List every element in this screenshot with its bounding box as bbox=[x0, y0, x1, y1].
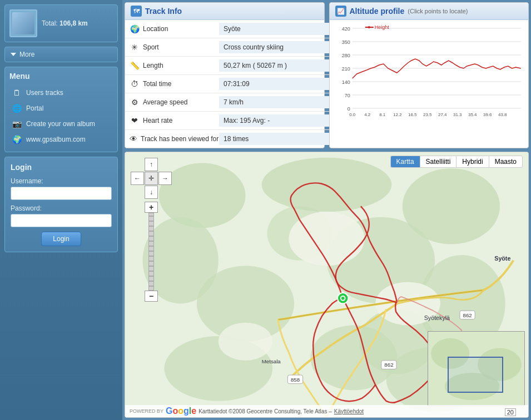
info-value-cell: 07:31:09 bbox=[215, 75, 335, 93]
location-value: Syöte bbox=[219, 23, 330, 35]
svg-text:280: 280 bbox=[341, 53, 350, 58]
track-info-icon: 🗺 bbox=[131, 6, 142, 17]
svg-text:12.2: 12.2 bbox=[393, 112, 401, 117]
tab-maasto[interactable]: Maasto bbox=[489, 156, 523, 168]
zoom-out-button[interactable]: − bbox=[145, 291, 158, 302]
map-footer: POWERED BY Google Karttatiedot ©2008 Geo… bbox=[125, 405, 528, 417]
speed-icon: ⚙ bbox=[130, 97, 140, 107]
zoom-notch bbox=[149, 261, 153, 262]
svg-point-30 bbox=[262, 158, 392, 212]
minimap bbox=[428, 331, 525, 406]
zoom-in-button[interactable]: + bbox=[145, 202, 158, 213]
views-value: 18 times bbox=[219, 133, 330, 145]
zoom-notch bbox=[149, 251, 153, 252]
info-value-cell: 50,27 km ( 50267 m ) bbox=[215, 57, 335, 75]
track-info-title: Track Info bbox=[145, 7, 182, 16]
gpsalbum-icon: 🌍 bbox=[12, 134, 22, 144]
nav-left-button[interactable]: ← bbox=[131, 172, 144, 185]
svg-text:70: 70 bbox=[344, 93, 350, 98]
map-panel[interactable]: 858 858 862 862 Syöte Syötekylä Syötekyl… bbox=[125, 152, 529, 418]
zoom-notch bbox=[149, 286, 153, 287]
total-label: Total: bbox=[42, 19, 58, 27]
svg-text:0.0: 0.0 bbox=[349, 112, 356, 117]
table-row: 👁 Track has been viewed for 18 times bbox=[125, 130, 335, 148]
portal-icon: 🌐 bbox=[12, 103, 22, 113]
table-row: ⚙ Average speed 7 km/h bbox=[125, 93, 335, 112]
sport-value: Cross country skiing bbox=[219, 41, 330, 53]
minimap-background bbox=[428, 332, 524, 406]
table-row: 📏 Length 50,27 km ( 50267 m ) bbox=[125, 57, 335, 75]
info-label-cell: ⚙ Average speed bbox=[125, 93, 215, 112]
tab-hybridi[interactable]: Hybridi bbox=[456, 156, 488, 168]
svg-text:Syöte: Syöte bbox=[494, 255, 510, 262]
svg-point-29 bbox=[159, 163, 246, 228]
info-value-cell: Cross country skiing bbox=[215, 38, 335, 57]
nav-right-button[interactable]: → bbox=[158, 172, 172, 185]
sidebar-item-users-tracks[interactable]: 🗒 Users tracks bbox=[9, 85, 113, 101]
username-label: Username: bbox=[11, 177, 112, 185]
svg-text:4.2: 4.2 bbox=[364, 112, 371, 117]
top-row: 🗺 Track Info 🌍 Location Syöte bbox=[125, 2, 529, 148]
length-icon: 📏 bbox=[130, 61, 140, 71]
sidebar-item-label-portal: Portal bbox=[26, 104, 43, 112]
sidebar-item-portal[interactable]: 🌐 Portal bbox=[9, 101, 113, 116]
heartrate-icon: ❤ bbox=[130, 116, 140, 126]
powered-by-label: POWERED BY bbox=[130, 408, 163, 414]
altitude-svg: 420 350 280 210 140 70 0 bbox=[333, 23, 526, 126]
users-tracks-icon: 🗒 bbox=[12, 88, 22, 98]
username-input[interactable] bbox=[11, 187, 112, 200]
avatar bbox=[9, 9, 37, 37]
info-value-cell: Syöte bbox=[215, 20, 335, 38]
time-label: Total time bbox=[143, 80, 171, 88]
zoom-level: 20 bbox=[505, 408, 516, 416]
altitude-chart[interactable]: 420 350 280 210 140 70 0 bbox=[330, 20, 529, 128]
sidebar-item-gpsalbum[interactable]: 🌍 www.gpsalbum.com bbox=[9, 132, 113, 147]
sidebar-item-label-gpsalbum: www.gpsalbum.com bbox=[26, 136, 86, 143]
google-logo: Google bbox=[166, 406, 196, 416]
length-value: 50,27 km ( 50267 m ) bbox=[219, 59, 330, 72]
map-nav: ↑ ← ✛ → ↓ bbox=[131, 158, 172, 199]
svg-point-15 bbox=[368, 26, 370, 28]
more-button[interactable]: More bbox=[4, 47, 118, 62]
info-label-cell: 👁 Track has been viewed for bbox=[125, 130, 215, 148]
table-row: ❤ Heart rate Max: 195 Avg: - bbox=[125, 112, 335, 130]
info-value-cell: 7 km/h bbox=[215, 93, 335, 112]
nav-down-button[interactable]: ↓ bbox=[145, 186, 158, 199]
menu-title: Menu bbox=[9, 72, 113, 81]
info-value-cell: Max: 195 Avg: - bbox=[215, 112, 335, 130]
sport-icon: ✳ bbox=[130, 42, 140, 52]
zoom-notch bbox=[149, 246, 153, 247]
password-input[interactable] bbox=[11, 214, 112, 227]
zoom-control: + bbox=[131, 202, 172, 302]
heartrate-value: Max: 195 Avg: - bbox=[219, 114, 330, 127]
tab-kartta[interactable]: Kartta bbox=[390, 156, 420, 168]
login-button[interactable]: Login bbox=[41, 232, 81, 246]
create-album-icon: 📷 bbox=[12, 119, 22, 129]
nav-center-button[interactable]: ✛ bbox=[145, 172, 158, 185]
zoom-notch bbox=[149, 281, 153, 282]
zoom-notch bbox=[149, 236, 153, 237]
zoom-notch bbox=[149, 266, 153, 267]
svg-text:350: 350 bbox=[341, 39, 350, 45]
altitude-icon: 📈 bbox=[335, 6, 346, 17]
sidebar-item-label-users-tracks: Users tracks bbox=[26, 89, 63, 97]
svg-text:43.8: 43.8 bbox=[498, 112, 507, 117]
tab-satelliitti[interactable]: Satelliitti bbox=[420, 156, 456, 168]
track-info-panel: 🗺 Track Info 🌍 Location Syöte bbox=[125, 2, 325, 148]
svg-text:862: 862 bbox=[384, 362, 393, 368]
svg-text:Height: Height bbox=[374, 24, 389, 30]
svg-text:39.6: 39.6 bbox=[483, 112, 492, 117]
zoom-slider[interactable] bbox=[148, 213, 154, 291]
zoom-notch bbox=[149, 226, 153, 227]
sidebar-item-create-album[interactable]: 📷 Create your own album bbox=[9, 116, 113, 132]
menu-panel: Menu 🗒 Users tracks 🌐 Portal 📷 Create yo… bbox=[4, 67, 118, 152]
time-icon: ⏱ bbox=[130, 79, 140, 89]
altitude-panel: 📈 Altitude profile (Click points to loca… bbox=[329, 2, 529, 148]
altitude-title: Altitude profile bbox=[350, 7, 405, 16]
zoom-notch bbox=[149, 271, 153, 272]
nav-up-button[interactable]: ↑ bbox=[145, 158, 158, 171]
map-attribution-link[interactable]: Käyttöehdot bbox=[334, 408, 364, 414]
svg-text:862: 862 bbox=[463, 312, 472, 318]
map-controls: ↑ ← ✛ → ↓ + bbox=[131, 158, 172, 302]
svg-text:210: 210 bbox=[341, 66, 350, 72]
